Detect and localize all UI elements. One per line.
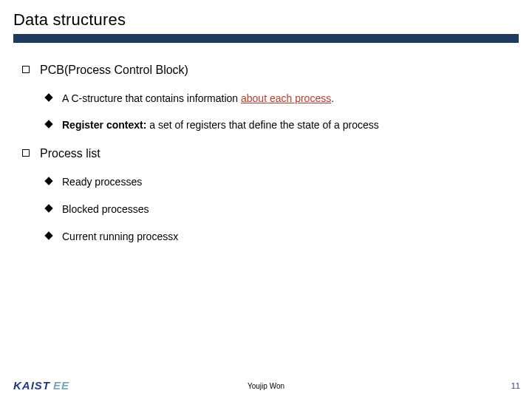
footer: KAISTEE Youjip Won 11 xyxy=(0,374,532,392)
list-item: Blocked processes xyxy=(44,202,519,216)
text-run: a set of registers that define the state… xyxy=(146,119,378,131)
bullet-text: A C-structure that contains information … xyxy=(62,92,334,106)
section-heading: Process list xyxy=(40,146,100,162)
list-item: A C-structure that contains information … xyxy=(44,92,519,106)
section-heading: PCB(Process Control Block) xyxy=(40,62,188,78)
text-run: A C-structure that contains information xyxy=(62,92,241,104)
diamond-bullet-icon xyxy=(44,93,52,101)
square-bullet-icon xyxy=(22,66,30,73)
sublist: A C-structure that contains information … xyxy=(44,92,519,133)
bullet-text: Ready processes xyxy=(62,175,142,189)
author-name: Youjip Won xyxy=(0,382,532,390)
title-block: Data structures xyxy=(0,0,532,43)
sublist: Ready processes Blocked processes Curren… xyxy=(44,175,519,244)
bold-text: Register context: xyxy=(62,119,146,131)
slide-title: Data structures xyxy=(13,10,519,30)
list-item: Register context: a set of registers tha… xyxy=(44,118,519,132)
list-item: Process list xyxy=(22,146,519,162)
bullet-text: Blocked processes xyxy=(62,202,149,216)
page-number: 11 xyxy=(511,381,520,390)
slide: Data structures PCB(Process Control Bloc… xyxy=(0,0,532,399)
square-bullet-icon xyxy=(22,149,30,157)
diamond-bullet-icon xyxy=(44,120,52,129)
diamond-bullet-icon xyxy=(44,177,52,185)
content-area: PCB(Process Control Block) A C-structure… xyxy=(0,43,532,244)
list-item: Current running processx xyxy=(44,230,519,244)
diamond-bullet-icon xyxy=(44,204,52,212)
diamond-bullet-icon xyxy=(44,231,52,239)
list-item: Ready processes xyxy=(44,175,519,189)
list-item: PCB(Process Control Block) xyxy=(22,62,519,78)
text-run: . xyxy=(331,92,334,104)
highlight-text: about each process xyxy=(241,92,331,104)
title-underline-bar xyxy=(13,34,519,43)
bullet-text: Current running processx xyxy=(62,230,178,244)
bullet-text: Register context: a set of registers tha… xyxy=(62,118,379,132)
